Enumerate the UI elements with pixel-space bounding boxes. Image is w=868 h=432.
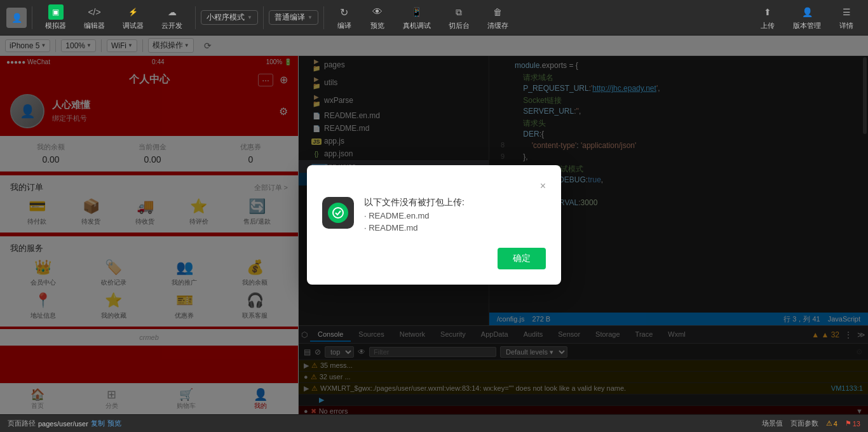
dialog-app-icon bbox=[322, 197, 354, 229]
build-icon: ↻ bbox=[337, 4, 352, 20]
version-icon: 👤 bbox=[799, 4, 815, 20]
dialog-text-content: 以下文件没有被打包上传: · README.en.md · README.md bbox=[364, 197, 465, 235]
divider-2 bbox=[195, 6, 196, 29]
detail-icon: ☰ bbox=[839, 4, 854, 20]
preview-btn-status[interactable]: 预览 bbox=[107, 419, 121, 428]
editor-icon: </> bbox=[87, 4, 102, 20]
debugger-icon: ⚡ bbox=[126, 4, 141, 20]
clear-cache-btn[interactable]: 🗑 清缓存 bbox=[480, 2, 516, 33]
scene-label[interactable]: 场景值 bbox=[762, 419, 783, 428]
path-label: 页面路径 bbox=[8, 419, 36, 428]
compile-chevron: ▼ bbox=[308, 15, 313, 20]
detail-btn[interactable]: ☰ 详情 bbox=[831, 2, 862, 33]
cut-stage-icon: ⧉ bbox=[451, 4, 466, 20]
version-btn[interactable]: 👤 版本管理 bbox=[785, 2, 829, 33]
divider-1 bbox=[32, 6, 32, 29]
dialog-file2: · README.md bbox=[364, 223, 465, 233]
path-value: pages/user/user bbox=[38, 420, 88, 428]
status-right: 场景值 页面参数 ⚠ 4 ⚑ 13 bbox=[762, 419, 860, 428]
dialog-footer: 确定 bbox=[322, 248, 546, 269]
top-toolbar: 👤 ▣ 模拟器 </> 编辑器 ⚡ 调试器 ☁ 云开发 小程序模式 ▼ 普通编译… bbox=[0, 0, 868, 36]
avatar: 👤 bbox=[6, 8, 27, 28]
divider-3 bbox=[263, 6, 264, 29]
dialog-body: 以下文件没有被打包上传: · README.en.md · README.md bbox=[322, 197, 546, 235]
copy-btn[interactable]: 复制 bbox=[91, 419, 105, 428]
cloud-btn[interactable]: ☁ 云开发 bbox=[154, 2, 190, 33]
svg-point-0 bbox=[333, 208, 343, 218]
cut-stage-btn[interactable]: ⧉ 切后台 bbox=[441, 2, 477, 33]
dialog-close-btn[interactable]: × bbox=[540, 180, 546, 192]
dialog-file1: · README.en.md bbox=[364, 211, 465, 220]
error-status-badge: ⚑ 13 bbox=[845, 419, 860, 428]
dialog-app-logo bbox=[328, 203, 348, 223]
compile-selector[interactable]: 普通编译 ▼ bbox=[269, 10, 318, 25]
warn-status-badge: ⚠ 4 bbox=[826, 419, 837, 428]
toolbar-right: ⬆ 上传 👤 版本管理 ☰ 详情 bbox=[752, 2, 862, 33]
breadcrumb: 页面路径 pages/user/user 复制 预览 bbox=[8, 419, 121, 428]
dialog-overlay: × 以下文件没有被打包上传: · README.en.md · README.m… bbox=[0, 36, 868, 414]
preview-btn[interactable]: 👁 预览 bbox=[362, 2, 393, 33]
build-btn[interactable]: ↻ 编译 bbox=[329, 2, 360, 33]
cloud-icon: ☁ bbox=[165, 4, 180, 20]
upload-icon: ⬆ bbox=[760, 4, 775, 20]
preview-icon: 👁 bbox=[370, 4, 385, 20]
mode-selector[interactable]: 小程序模式 ▼ bbox=[201, 10, 258, 25]
dialog-confirm-btn[interactable]: 确定 bbox=[498, 248, 546, 269]
params-label[interactable]: 页面参数 bbox=[790, 419, 818, 428]
simulator-btn[interactable]: ▣ 模拟器 bbox=[37, 2, 74, 33]
debugger-btn[interactable]: ⚡ 调试器 bbox=[115, 2, 151, 33]
clear-cache-icon: 🗑 bbox=[490, 4, 505, 20]
status-bar: 页面路径 pages/user/user 复制 预览 场景值 页面参数 ⚠ 4 … bbox=[0, 414, 868, 432]
simulator-icon: ▣ bbox=[48, 4, 64, 20]
real-debug-btn[interactable]: 📱 真机调试 bbox=[395, 2, 438, 33]
upload-warning-dialog: × 以下文件没有被打包上传: · README.en.md · README.m… bbox=[307, 165, 561, 285]
editor-btn[interactable]: </> 编辑器 bbox=[76, 2, 112, 33]
upload-btn[interactable]: ⬆ 上传 bbox=[752, 2, 783, 33]
dialog-title: 以下文件没有被打包上传: bbox=[364, 197, 465, 208]
mode-chevron: ▼ bbox=[247, 15, 252, 20]
real-debug-icon: 📱 bbox=[409, 4, 424, 20]
dialog-header: × bbox=[322, 180, 546, 192]
divider-4 bbox=[323, 6, 324, 29]
